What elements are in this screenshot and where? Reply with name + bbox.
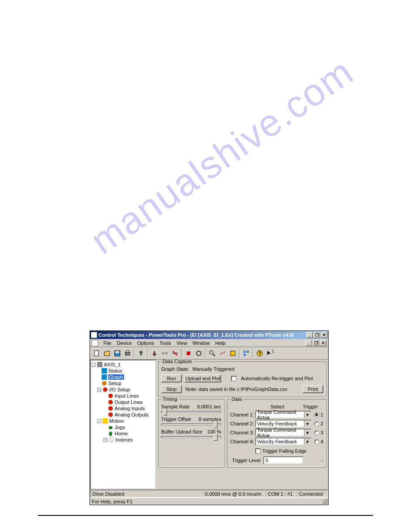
stop-icon — [185, 350, 192, 357]
new-button[interactable] — [92, 348, 102, 358]
buffer-size-label: Buffer Upload Size — [161, 429, 202, 434]
svg-point-27 — [108, 400, 113, 404]
save-button[interactable] — [112, 348, 122, 358]
tree-item-iosetup[interactable]: +I/O Setup — [92, 386, 154, 393]
collapse-icon[interactable]: - — [97, 419, 101, 423]
stop-all-button[interactable] — [184, 348, 193, 358]
toolbar-separator — [134, 349, 135, 358]
channel-2-select[interactable]: Velocity Feedback▾ — [255, 420, 312, 428]
download-button[interactable] — [150, 348, 159, 358]
chevron-down-icon[interactable]: ▾ — [304, 429, 311, 436]
menu-device[interactable]: Device — [114, 339, 135, 347]
tree-root[interactable]: - AXIS_1 — [92, 361, 154, 368]
mdi-minimize-button[interactable]: _ — [305, 340, 312, 346]
connect-button[interactable] — [160, 348, 170, 358]
menu-options[interactable]: Options — [134, 339, 157, 347]
upload-plot-button[interactable]: Upload and Plot — [184, 374, 221, 382]
stop-button[interactable]: Stop — [161, 385, 182, 393]
trigger-radio-4[interactable] — [314, 439, 319, 444]
document-icon[interactable] — [92, 340, 98, 346]
client-area: - AXIS_1 Status Graph Setup +I/O Setup I… — [90, 360, 328, 489]
about-button[interactable]: ? — [255, 348, 265, 358]
trigger-radio-3[interactable] — [314, 430, 319, 435]
svg-rect-0 — [94, 351, 98, 356]
pointer-help-icon: ? — [266, 350, 274, 357]
slider-thumb[interactable] — [214, 421, 218, 428]
channel-3-label: Channel 3: — [230, 430, 255, 435]
minimize-button[interactable]: _ — [306, 332, 313, 338]
expand-icon[interactable]: + — [97, 388, 101, 392]
svg-point-25 — [103, 387, 107, 392]
trigger-radio-2[interactable] — [314, 421, 319, 426]
context-help-button[interactable]: ? — [265, 348, 275, 358]
channel-4-select[interactable]: Velocity Feedback▾ — [255, 438, 312, 446]
chevron-down-icon[interactable]: ▾ — [304, 438, 311, 445]
trigger-level-input[interactable]: 0 — [263, 456, 304, 464]
expand-icon[interactable]: + — [103, 438, 107, 442]
slider-thumb[interactable] — [214, 433, 218, 441]
tree-item-analoginputs[interactable]: Analog Inputs — [92, 405, 154, 412]
tree-item-status[interactable]: Status — [92, 368, 154, 374]
falling-edge-checkbox[interactable] — [255, 448, 261, 454]
chevron-down-icon[interactable]: ▾ — [304, 420, 311, 427]
tree-item-jogs[interactable]: Jogs — [92, 424, 154, 430]
menu-window[interactable]: Window — [190, 339, 213, 347]
channel-3-select[interactable]: Torque Command Actua▾ — [255, 429, 312, 437]
tree-label: I/O Setup — [109, 387, 130, 392]
open-button[interactable] — [102, 348, 112, 358]
toolbar-separator — [181, 349, 182, 358]
toolbar: ? ? — [90, 347, 328, 360]
toolbar-separator — [205, 349, 206, 358]
tree-item-motion[interactable]: -Motion — [92, 418, 154, 424]
menu-file[interactable]: File — [101, 339, 114, 347]
print-graph-button[interactable]: Print — [303, 385, 323, 393]
view-button[interactable] — [241, 348, 251, 358]
tree-item-inputlines[interactable]: Input Lines — [92, 393, 154, 399]
chart-button[interactable] — [218, 348, 227, 358]
tree-item-setup[interactable]: Setup — [92, 380, 154, 386]
disconnect-icon — [171, 350, 179, 357]
chevron-down-icon[interactable]: ▾ — [304, 412, 311, 418]
auto-retrigger-label: Automatically Re-trigger and Plot — [241, 376, 313, 381]
trigger-header: Trigger — [303, 404, 323, 409]
upload-button[interactable] — [136, 348, 146, 358]
tree-item-home[interactable]: Home — [92, 430, 154, 437]
tree-label: Graph — [108, 374, 124, 380]
run-button[interactable]: Run — [161, 374, 182, 382]
channel-2-label: Channel 2: — [230, 421, 255, 426]
print-button[interactable] — [123, 348, 133, 358]
maximize-button[interactable]: ❐ — [313, 332, 320, 338]
menu-help[interactable]: Help — [213, 339, 228, 347]
zoom-button[interactable] — [207, 348, 217, 358]
menu-tools[interactable]: Tools — [157, 339, 174, 347]
tree-item-analogoutputs[interactable]: Analog Outputs — [92, 412, 154, 418]
page-divider — [38, 515, 373, 516]
close-button[interactable]: ✕ — [321, 332, 327, 338]
group-title: Timing — [161, 396, 179, 402]
svg-rect-30 — [103, 418, 108, 424]
svg-rect-5 — [162, 352, 164, 354]
trigger-offset-slider[interactable] — [161, 424, 221, 425]
buffer-size-slider[interactable] — [161, 436, 221, 438]
tree-item-graph[interactable]: Graph — [92, 374, 154, 380]
auto-retrigger-checkbox[interactable] — [231, 376, 236, 381]
mdi-restore-button[interactable]: ❐ — [313, 340, 319, 346]
download-icon — [151, 350, 158, 357]
group-title: Data Capture — [161, 360, 193, 364]
reset-button[interactable] — [194, 348, 204, 358]
slider-thumb[interactable] — [163, 408, 167, 416]
menu-view[interactable]: View — [174, 339, 190, 347]
resize-grip[interactable] — [322, 499, 328, 504]
tree-panel[interactable]: - AXIS_1 Status Graph Setup +I/O Setup I… — [90, 360, 156, 489]
expand-icon[interactable]: - — [92, 363, 96, 367]
trigger-radio-1[interactable] — [314, 412, 319, 417]
mdi-close-button[interactable]: ✕ — [320, 340, 326, 346]
disconnect-button[interactable] — [170, 348, 180, 358]
sample-rate-slider[interactable] — [161, 411, 221, 413]
status-bar: Drive Disabled 0.0000 revs @ 0.0 revs/m … — [90, 489, 328, 498]
channel-1-select[interactable]: Torque Command Actua▾ — [255, 411, 312, 419]
watch-button[interactable] — [228, 348, 238, 358]
tree-item-indexes[interactable]: +Indexes — [92, 437, 154, 443]
svg-rect-2 — [116, 351, 119, 353]
tree-item-outputlines[interactable]: Output Lines — [92, 399, 154, 405]
